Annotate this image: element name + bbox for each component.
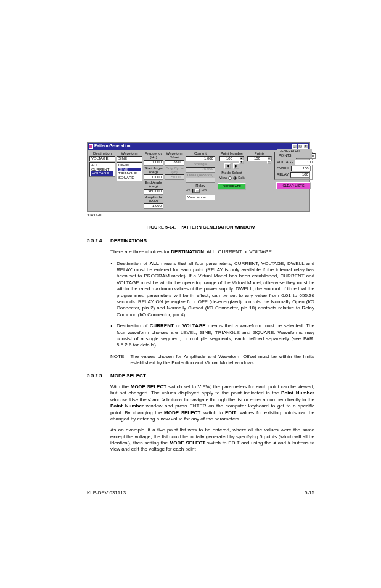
waveform-label: Waveform <box>117 152 142 155</box>
gp-row-value: 100 <box>295 160 314 165</box>
generate-button[interactable]: GENERATE <box>218 183 246 190</box>
figure-id: 3043220 <box>87 213 314 218</box>
note-text: The values chosen for Amplitude and Wave… <box>130 354 314 367</box>
point-prev-button[interactable]: ◀ <box>224 163 231 169</box>
section-title: DESTINATIONS <box>110 238 147 244</box>
relay-off-label: Off <box>186 188 190 193</box>
list-item[interactable]: LEVEL <box>118 163 141 168</box>
destination-value: VOLTAGE <box>89 156 115 161</box>
list-item[interactable]: CURRENT <box>91 168 113 172</box>
list-item[interactable]: VOLTAGE <box>91 171 113 176</box>
duty-cycle-label: Duty Cycle (%) <box>165 166 184 174</box>
end-angle-input[interactable]: 360.000 <box>144 189 163 195</box>
titlebar: Pattern Generation _ ▢ ✕ <box>88 143 309 150</box>
list-item[interactable]: SQUARE <box>118 176 141 180</box>
gp-row-name: DWELL <box>277 166 290 171</box>
window-close-button[interactable]: ✕ <box>303 144 308 149</box>
section-number: 5.5.2.4 <box>87 238 104 244</box>
app-window: Pattern Generation _ ▢ ✕ Destination VOL… <box>87 142 310 212</box>
frequency-label: Frequency (Hz) <box>144 152 163 160</box>
start-angle-input[interactable]: 0.000 <box>144 174 163 180</box>
figure-caption: FIGURE 5-14. PATTERN GENERATION WINDOW <box>87 224 314 231</box>
dwell-label: Dwell (seconds) <box>186 173 215 177</box>
list-item[interactable]: TRIANGLE <box>118 171 141 176</box>
bullet-text: Destination of CURRENT or VOLTAGE means … <box>117 323 314 349</box>
mode-select-label: Mode Select <box>221 171 242 174</box>
mode-view-label: View <box>219 176 227 181</box>
footer-left: KLP-DEV 031113 <box>87 490 126 496</box>
window-title: Pattern Generation <box>94 144 131 149</box>
amplitude-input[interactable]: 1.000 <box>144 203 163 209</box>
window-minimize-button[interactable]: _ <box>292 144 297 149</box>
footer-right: 5-15 <box>305 490 314 496</box>
waveform-offset-label: Waveform Offset <box>165 152 184 160</box>
end-angle-label: End Angle (deg) <box>144 181 163 189</box>
section-title: MODE SELECT <box>110 373 146 379</box>
window-maximize-button[interactable]: ▢ <box>298 144 303 149</box>
paragraph: As an example, if a five point list was … <box>110 427 314 453</box>
generated-points-label: GENERATED POINTS <box>277 149 312 158</box>
destination-label: Destination <box>89 152 115 155</box>
view-mode-display: View Mode <box>186 195 215 200</box>
gp-row-name: VOLTAGE <box>277 160 293 165</box>
paragraph: There are three choices for DESTINATION:… <box>110 249 314 255</box>
current-input[interactable]: 1.000 <box>186 156 215 161</box>
point-number-label: Point Number <box>221 152 244 155</box>
waveform-offset-input[interactable]: 28.00 <box>165 160 184 166</box>
bullet-text: Destination of ALL means that all four p… <box>117 261 314 319</box>
gp-row-value: 100 <box>290 172 310 178</box>
mode-view-radio[interactable] <box>228 176 232 180</box>
current-label: Current <box>186 152 215 155</box>
waveform-list[interactable]: LEVEL SINE TRIANGLE SQUARE <box>117 162 142 181</box>
mode-edit-radio[interactable] <box>233 176 237 180</box>
gp-row-name: RELAY <box>277 173 289 178</box>
point-next-button[interactable]: ▶ <box>233 163 239 169</box>
generated-points-group: GENERATED POINTS CURRENT100 VOLTAGE100 D… <box>274 152 313 180</box>
relay-on-label: On <box>202 188 207 193</box>
note-label: NOTE: <box>110 354 125 367</box>
duty-cycle-input: 50.000 <box>165 174 184 180</box>
list-item[interactable]: SINE <box>118 168 141 172</box>
destination-list[interactable]: ALL CURRENT VOLTAGE <box>89 162 115 177</box>
gp-row-value: 100 <box>291 166 311 171</box>
voltage-label: Voltage <box>186 162 215 166</box>
paragraph: With the MODE SELECT switch set to VIEW,… <box>110 384 314 422</box>
dwell-input <box>186 178 215 183</box>
frequency-input[interactable]: 1.000 <box>144 160 163 166</box>
points-label: Points <box>255 152 265 155</box>
section-number: 5.5.2.5 <box>87 373 104 379</box>
mode-edit-label: Edit <box>238 176 244 181</box>
app-icon <box>89 144 93 149</box>
points-down[interactable]: ▼ <box>267 160 271 164</box>
figure-pattern-generation: Pattern Generation _ ▢ ✕ Destination VOL… <box>87 142 314 218</box>
relay-label: Relay <box>186 184 215 187</box>
voltage-input: 75.000 <box>186 167 215 173</box>
clear-lists-button[interactable]: CLEAR LISTS <box>276 182 311 189</box>
bullet-icon: • <box>110 261 113 319</box>
list-item[interactable]: ALL <box>91 163 113 168</box>
waveform-value: SINE <box>117 156 142 161</box>
point-number-down[interactable]: ▼ <box>239 160 244 164</box>
start-angle-label: Start Angle (deg) <box>144 166 163 174</box>
bullet-icon: • <box>110 323 113 349</box>
amplitude-label: Amplitude (P-P) <box>144 195 163 203</box>
relay-switch[interactable] <box>192 189 200 193</box>
